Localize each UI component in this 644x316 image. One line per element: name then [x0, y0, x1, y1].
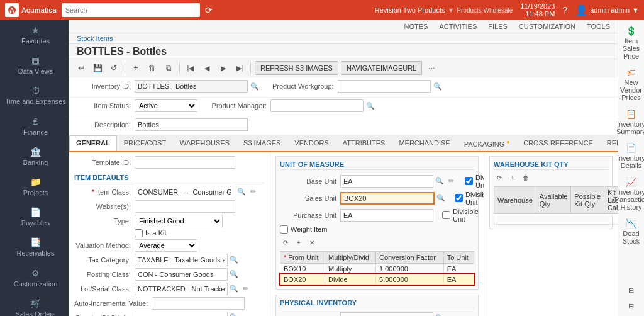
product-manager-input[interactable] — [270, 99, 364, 112]
wh-refresh-button[interactable]: ⟳ — [494, 172, 505, 184]
tools-button[interactable]: TOOLS — [584, 21, 613, 31]
copy-button[interactable]: ⧉ — [162, 61, 175, 75]
dead-stock-button[interactable]: 📉 Dead Stock — [620, 215, 643, 248]
sales-unit-search-icon[interactable]: 🔍 — [436, 193, 446, 203]
purchase-unit-input[interactable] — [340, 209, 433, 222]
sidebar-item-receivables[interactable]: 📑 Receivables — [0, 232, 69, 262]
pi-cycle-input[interactable] — [340, 312, 433, 316]
divisible-unit-3-checkbox[interactable] — [442, 211, 450, 219]
tab-vendors[interactable]: VENDORS — [287, 135, 335, 151]
sales-unit-input[interactable] — [340, 192, 435, 205]
posting-class-search-icon[interactable]: 🔍 — [229, 269, 239, 279]
navigate-image-button[interactable]: NAVIGATEIMAGEURL — [341, 61, 422, 75]
item-class-input[interactable] — [135, 186, 235, 198]
product-manager-search-icon[interactable]: 🔍 — [365, 101, 375, 111]
description-input[interactable] — [135, 118, 248, 131]
auto-incr-input[interactable] — [152, 297, 245, 310]
collapse-right-button[interactable]: ⊟ — [620, 299, 643, 313]
sidebar-item-customization[interactable]: ⚙ Customization — [0, 263, 69, 293]
uom-refresh-button[interactable]: ⟳ — [280, 237, 291, 249]
tab-s3-images[interactable]: S3 IMAGES — [236, 135, 287, 151]
item-class-edit-icon[interactable]: ✏ — [248, 187, 258, 197]
files-button[interactable]: FILES — [486, 21, 510, 31]
first-button[interactable]: |◀ — [184, 61, 197, 75]
product-workgroup-input[interactable] — [338, 80, 431, 93]
uom-delete-button[interactable]: ✕ — [306, 237, 318, 249]
posting-class-input[interactable] — [135, 268, 228, 281]
inventory-summary-icon: 📋 — [626, 109, 636, 119]
sidebar-item-finance[interactable]: ₤ Finance — [0, 111, 69, 142]
add-button[interactable]: + — [129, 61, 143, 75]
divisible-unit-2-checkbox[interactable] — [455, 194, 463, 202]
sidebar-item-sales-orders[interactable]: 🛒 Sales Orders — [0, 293, 69, 316]
item-status-select[interactable]: Active — [135, 99, 197, 112]
breadcrumb-link[interactable]: Stock Items — [77, 35, 113, 42]
template-id-input[interactable] — [135, 156, 235, 169]
sidebar-item-banking[interactable]: 🏦 Banking — [0, 142, 69, 172]
refresh-icon[interactable]: ⟳ — [205, 5, 213, 15]
tab-general[interactable]: GENERAL — [69, 135, 117, 152]
pi-cycle-search-icon[interactable]: 🔍 — [435, 313, 445, 316]
lot-serial-input[interactable] — [135, 283, 228, 295]
websites-input[interactable] — [135, 200, 235, 213]
more-actions-button[interactable]: ··· — [425, 61, 438, 75]
country-input[interactable] — [135, 312, 228, 316]
type-select[interactable]: Finished Good — [135, 215, 223, 227]
tab-price-cost[interactable]: PRICE/COST — [117, 135, 173, 151]
wh-add-button[interactable]: + — [507, 172, 518, 184]
help-icon[interactable]: ? — [562, 5, 567, 15]
base-unit-input[interactable] — [340, 175, 433, 188]
revert-button[interactable]: ↺ — [107, 61, 121, 75]
base-unit-search-icon[interactable]: 🔍 — [435, 176, 445, 186]
tab-attributes[interactable]: ATTRIBUTES — [336, 135, 392, 151]
weight-item-checkbox[interactable] — [280, 225, 288, 234]
inventory-history-button[interactable]: 📈 Inventory Transaction History — [620, 174, 643, 214]
item-class-search-icon[interactable]: 🔍 — [236, 187, 247, 197]
user-menu[interactable]: 👤 admin admin ▼ — [575, 4, 639, 16]
tab-merchandise[interactable]: MERCHANDISE — [392, 135, 457, 151]
last-button[interactable]: ▶| — [233, 61, 247, 75]
sidebar-item-payables[interactable]: 📄 Payables — [0, 202, 69, 232]
tab-related-items[interactable]: RELATED ITEMS — [600, 135, 618, 151]
tax-category-search-icon[interactable]: 🔍 — [229, 255, 239, 265]
refresh-s3-button[interactable]: REFRESH S3 IMAGES — [255, 61, 338, 75]
delete-button[interactable]: 🗑 — [145, 61, 159, 75]
wh-delete-button[interactable]: 🗑 — [520, 172, 531, 184]
lot-serial-edit-icon[interactable]: ✏ — [240, 284, 250, 294]
customization-button[interactable]: CUSTOMIZATION — [516, 21, 578, 31]
expand-right-button[interactable]: ⊞ — [620, 283, 643, 298]
divisible-unit-1-checkbox[interactable] — [465, 177, 473, 185]
inventory-id-search-icon[interactable]: 🔍 — [250, 81, 260, 91]
inventory-details-icon: 📄 — [626, 143, 636, 153]
sidebar-item-data-views[interactable]: ▦ Data Views — [0, 50, 69, 81]
table-row[interactable]: BOX20 Divide 5.000000 EA — [280, 274, 474, 285]
table-row[interactable]: BOX10 Multiply 1.000000 EA — [280, 263, 474, 274]
base-unit-edit-icon[interactable]: ✏ — [446, 176, 456, 186]
sidebar-item-time-expenses[interactable]: ⏱ Time and Expenses — [0, 81, 69, 111]
sidebar-item-projects[interactable]: 📁 Projects — [0, 172, 69, 202]
uom-add-button[interactable]: + — [293, 237, 304, 249]
tax-category-input[interactable] — [135, 254, 228, 266]
search-input[interactable] — [62, 3, 200, 17]
tab-packaging[interactable]: PACKAGING — [457, 135, 516, 151]
valuation-select[interactable]: Average — [135, 239, 197, 252]
inventory-id-input[interactable] — [135, 80, 248, 93]
inventory-summary-button[interactable]: 📋 Inventory Summary — [620, 106, 643, 138]
item-sales-price-button[interactable]: 💲 Item Sales Price — [620, 23, 643, 63]
tab-warehouses[interactable]: WAREHOUSES — [173, 135, 236, 151]
notes-button[interactable]: NOTES — [401, 21, 430, 31]
pi-cycle-edit-icon[interactable]: ✏ — [446, 313, 456, 316]
lot-serial-search-icon[interactable]: 🔍 — [229, 284, 239, 294]
new-vendor-prices-button[interactable]: 🏷 New Vendor Prices — [620, 64, 643, 104]
save-button[interactable]: 💾 — [91, 61, 104, 75]
sidebar-item-favorites[interactable]: ★ Favorites — [0, 20, 69, 50]
is-kit-checkbox[interactable] — [135, 229, 143, 237]
country-search-icon[interactable]: 🔍 — [229, 313, 239, 316]
inventory-details-button[interactable]: 📄 Inventory Details — [620, 140, 643, 172]
next-button[interactable]: ▶ — [216, 61, 230, 75]
prev-button[interactable]: ◀ — [200, 61, 214, 75]
tab-cross-reference[interactable]: CROSS-REFERENCE — [516, 135, 600, 151]
undo-button[interactable]: ↩ — [74, 61, 88, 75]
product-workgroup-search-icon[interactable]: 🔍 — [433, 81, 443, 91]
activities-button[interactable]: ACTIVITIES — [436, 21, 479, 31]
